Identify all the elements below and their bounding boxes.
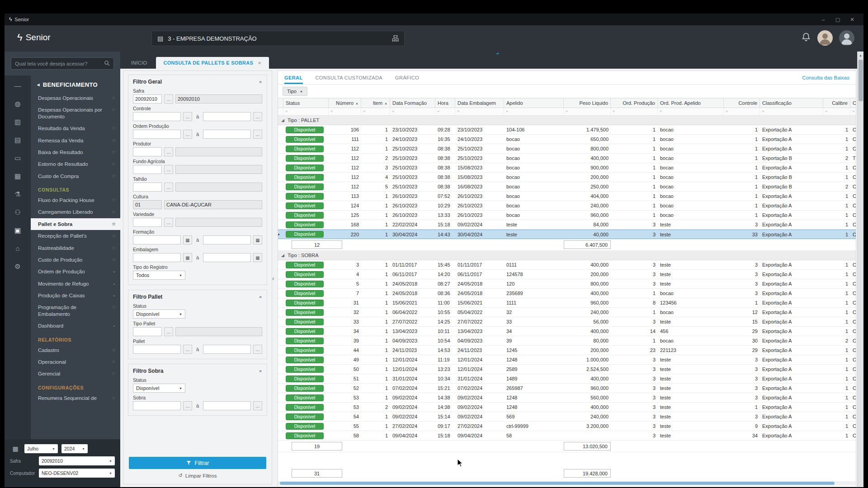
- lookup-button[interactable]: …: [164, 165, 173, 174]
- maximize-button[interactable]: ▢: [831, 17, 844, 23]
- favorite-star-icon[interactable]: ☆: [112, 347, 116, 353]
- column-header-apelido[interactable]: Apelido: [504, 99, 564, 108]
- truck-icon[interactable]: ▭: [14, 154, 21, 162]
- user-avatar[interactable]: [817, 30, 833, 46]
- favorite-star-icon[interactable]: ☆: [112, 233, 116, 239]
- chevron-down-icon[interactable]: ⌄: [112, 323, 116, 328]
- table-row[interactable]: Disponível33127/07/202214:2527/07/202233…: [278, 317, 856, 327]
- scroll-up-icon[interactable]: ▲: [858, 52, 863, 57]
- sidebar-item[interactable]: Remessa da Venda☆: [31, 135, 120, 146]
- settings-icon[interactable]: ⚙: [14, 263, 20, 271]
- chart-icon[interactable]: ▥: [14, 118, 21, 126]
- column-header-caixa[interactable]: Cai: [850, 99, 856, 108]
- table-row[interactable]: Disponível34113/04/202310:1113/04/202334…: [278, 327, 856, 336]
- lookup-button[interactable]: …: [183, 401, 192, 410]
- favorite-star-icon[interactable]: ☆: [112, 107, 116, 113]
- table-row[interactable]: Disponível124126/10/202310:2926/10/2023b…: [278, 201, 856, 211]
- column-header-data-embalagem[interactable]: Data Embalagem: [455, 99, 504, 108]
- table-row[interactable]: Disponível112325/10/202308:3815/08/2023b…: [278, 163, 856, 173]
- collapse-section-icon[interactable]: «: [259, 296, 264, 298]
- table-row[interactable]: Disponível4106/11/201714:2006/11/2017124…: [278, 270, 856, 279]
- table-row[interactable]: Disponível113126/10/202307:5226/10/2023b…: [278, 192, 856, 201]
- lookup-button[interactable]: …: [253, 345, 262, 354]
- column-filter-cell[interactable]: =: [564, 108, 611, 115]
- safra-input[interactable]: [133, 94, 162, 103]
- table-row[interactable]: Disponível112225/10/202308:3825/10/2023b…: [278, 154, 856, 163]
- scrollbar-thumb[interactable]: [280, 482, 835, 485]
- lookup-button[interactable]: …: [164, 218, 173, 227]
- safra-select[interactable]: 20092010 ▼: [39, 456, 115, 465]
- column-filter-cell[interactable]: =: [823, 108, 850, 115]
- sidebar-item[interactable]: Estorno de Resultado☆: [31, 158, 120, 170]
- lookup-button[interactable]: …: [164, 327, 173, 336]
- variedade-input[interactable]: [133, 218, 162, 227]
- sobra-input[interactable]: [133, 401, 181, 410]
- sidebar-item[interactable]: Resultado da Venda☆: [31, 122, 120, 134]
- grid-tab-gr-fico[interactable]: GRÁFICO: [395, 71, 419, 84]
- globe-icon[interactable]: ◍: [14, 100, 20, 108]
- search-icon[interactable]: [104, 60, 110, 68]
- report-icon[interactable]: ▤: [14, 136, 21, 144]
- sidebar-item[interactable]: Cadastro☆: [31, 344, 120, 356]
- favorite-star-icon[interactable]: ☆: [112, 245, 116, 251]
- minimize-button[interactable]: –: [816, 17, 830, 23]
- sidebar-item[interactable]: Fluxo do Packing House☆: [31, 194, 120, 206]
- collapse-filter-panel-icon[interactable]: ‹: [272, 275, 274, 282]
- favorite-star-icon[interactable]: ☆: [112, 197, 116, 203]
- favorite-star-icon[interactable]: ☆: [112, 305, 116, 310]
- column-header-data-formacao[interactable]: Data Formação: [390, 99, 435, 108]
- favorite-star-icon[interactable]: ☆: [112, 395, 116, 401]
- favorite-star-icon[interactable]: ☆: [112, 209, 116, 215]
- group-row[interactable]: ◢Tipo : PALLET: [278, 116, 856, 125]
- table-row[interactable]: Disponível53109/02/202414:3809/02/202412…: [278, 393, 856, 403]
- column-filter-cell[interactable]: =: [611, 108, 658, 115]
- tipo-pallet-input[interactable]: [133, 327, 162, 336]
- global-search[interactable]: [11, 57, 114, 70]
- column-header-ord-producao[interactable]: Ord. Produção: [611, 99, 658, 108]
- table-row[interactable]: Disponível106123/10/202309:2823/10/20231…: [278, 125, 856, 135]
- close-tab-icon[interactable]: ✕: [258, 61, 262, 66]
- table-row[interactable]: Disponível31115/06/202111:0015/06/202111…: [278, 298, 856, 308]
- grid-tab-consulta-customizada[interactable]: CONSULTA CUSTOMIZADA: [316, 71, 383, 84]
- tipo-do-registro-select[interactable]: Todos▼: [133, 271, 185, 280]
- users-icon[interactable]: ⚇: [14, 208, 20, 216]
- column-header-classificacao[interactable]: Classificação: [760, 99, 823, 108]
- column-header-peso-liquido[interactable]: Peso Liquido: [564, 99, 611, 108]
- embalagem-input[interactable]: [133, 253, 181, 262]
- ordem-producao-input[interactable]: [133, 130, 181, 139]
- calendar-button[interactable]: ▦: [183, 253, 192, 262]
- sidebar-item[interactable]: Movimento de Refugo⌄: [31, 278, 120, 290]
- chevron-down-icon[interactable]: ⌄: [112, 269, 116, 274]
- controle-input[interactable]: [203, 112, 251, 121]
- status-select[interactable]: Disponível▼: [133, 310, 185, 319]
- sidebar-item[interactable]: Gerencial☆: [31, 368, 120, 380]
- org-structure-icon[interactable]: 品: [392, 34, 399, 43]
- produtor-input[interactable]: [133, 147, 162, 156]
- table-row[interactable]: Disponível50112/01/202413:2312/01/202425…: [278, 365, 856, 374]
- embalagem-input[interactable]: [203, 253, 251, 262]
- favorite-star-icon[interactable]: ☆: [112, 95, 116, 101]
- sidebar-item[interactable]: Produção de Caixas⌄: [31, 290, 120, 301]
- sidebar-item[interactable]: Operacional☆: [31, 356, 120, 368]
- column-header-numero[interactable]: Número▲: [329, 99, 361, 108]
- collapse-section-icon[interactable]: «: [259, 80, 264, 83]
- sidebar-item[interactable]: Recepção de Pallet's☆: [31, 230, 120, 242]
- table-row[interactable]: Disponível125126/10/202313:3326/10/2023b…: [278, 211, 856, 220]
- notifications-bell-icon[interactable]: [801, 32, 811, 44]
- controle-input[interactable]: [133, 112, 181, 121]
- favorite-star-icon[interactable]: ☆: [112, 221, 116, 227]
- profile-avatar[interactable]: [839, 30, 854, 46]
- favorite-star-icon[interactable]: ☆: [112, 359, 116, 365]
- sidebar-item[interactable]: Programação de Embalamento☆: [31, 301, 120, 320]
- column-header-item[interactable]: Item▲: [361, 99, 390, 108]
- talhao-input[interactable]: [133, 183, 162, 192]
- sidebar-item[interactable]: Despesas Operacionais☆: [31, 92, 120, 104]
- column-filter-cell[interactable]: =: [455, 108, 504, 115]
- column-header-calibre[interactable]: Calibre: [823, 99, 850, 108]
- pallet-input[interactable]: [133, 345, 181, 354]
- fundo-agricola-input[interactable]: [133, 165, 162, 174]
- favorite-star-icon[interactable]: ☆: [112, 257, 116, 263]
- chevron-down-icon[interactable]: ⌄: [112, 281, 116, 286]
- table-row[interactable]: Disponível54109/02/202415:1409/02/202456…: [278, 412, 856, 422]
- table-row[interactable]: Disponível112125/10/202308:3825/10/2023b…: [278, 144, 856, 154]
